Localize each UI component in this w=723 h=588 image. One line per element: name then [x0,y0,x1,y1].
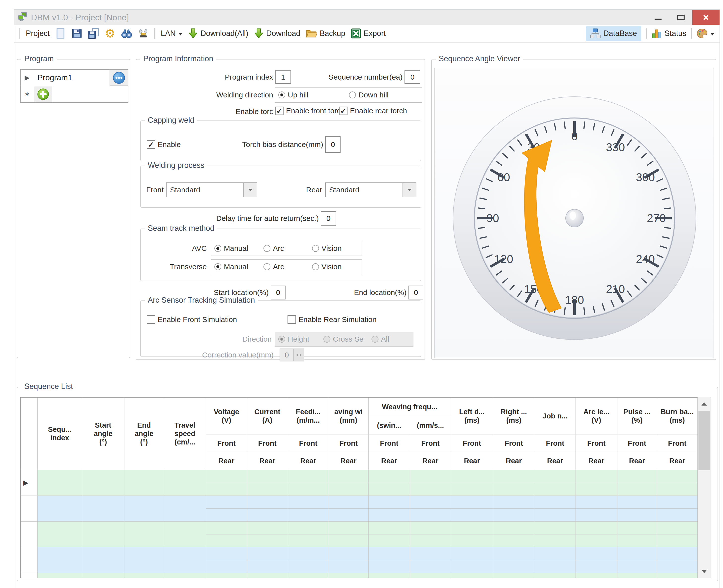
sequence-cell[interactable] [617,508,657,521]
col-subheader-front[interactable]: Front [535,435,576,452]
dropdown-button[interactable] [403,183,416,197]
sequence-cell[interactable] [657,560,698,573]
sequence-cell[interactable] [368,534,410,547]
status-tab-button[interactable]: Status [652,28,686,39]
new-project-button[interactable] [55,28,66,39]
col-subheader-front[interactable]: Front [247,435,288,452]
export-button[interactable]: Export [351,28,386,39]
sequence-cell[interactable] [329,534,368,547]
sequence-cell[interactable] [247,496,288,508]
sequence-cell[interactable] [535,534,576,547]
settings-button[interactable]: ⚙ [105,27,115,39]
dropdown-button[interactable] [243,183,257,197]
row-selector-cell[interactable] [21,496,38,521]
sequence-cell[interactable] [329,496,368,508]
enable-rear-simulation-checkbox[interactable]: Enable Rear Simulation [288,315,377,324]
col-subheader-rear[interactable]: Rear [576,452,617,470]
sequence-cell[interactable] [38,521,82,547]
sequence-cell[interactable] [617,470,657,483]
transverse-arc-radio[interactable]: Arc [263,262,284,271]
sequence-cell[interactable] [451,496,493,508]
col-header-end-angle[interactable]: End angle (°) [124,397,164,470]
row-selector-cell[interactable]: ▶ [21,470,38,496]
sequence-cell[interactable] [206,573,247,578]
sequence-cell[interactable] [410,573,451,578]
col-subheader-rear[interactable]: Rear [535,452,576,470]
project-menu[interactable]: Project [26,29,49,38]
enable-front-torch-checkbox[interactable]: ✓Enable front torch [275,107,345,115]
sequence-cell[interactable] [329,573,368,578]
scrollbar-thumb[interactable] [699,411,710,470]
sequence-cell[interactable] [657,573,698,578]
sequence-cell[interactable] [535,547,576,560]
rear-process-select[interactable]: Standard [325,183,417,197]
col-header-weaving-swing[interactable]: (swin... [368,416,410,435]
sequence-cell[interactable] [247,547,288,560]
sequence-cell[interactable] [206,534,247,547]
sequence-cell[interactable] [535,483,576,496]
sequence-cell[interactable] [410,496,451,508]
sequence-cell[interactable] [82,521,124,547]
sequence-cell[interactable] [206,496,247,508]
maximize-button[interactable] [669,10,692,25]
sequence-cell[interactable] [247,483,288,496]
transverse-vision-radio[interactable]: Vision [312,262,342,271]
sequence-cell[interactable] [535,573,576,578]
sequence-cell[interactable] [206,560,247,573]
sequence-cell[interactable] [451,547,493,560]
table-vertical-scrollbar[interactable] [698,397,711,578]
save-all-button[interactable] [88,28,99,39]
sequence-cell[interactable] [206,521,247,534]
program-options-button[interactable] [110,70,128,86]
sequence-cell[interactable] [164,470,206,496]
end-location-input[interactable]: 0 [408,286,423,299]
capping-enable-checkbox[interactable]: ✓Enable [147,140,181,149]
sequence-cell[interactable] [247,521,288,534]
sequence-cell[interactable] [82,496,124,521]
col-subheader-rear[interactable]: Rear [288,452,329,470]
col-header-sequence-index[interactable]: Sequ... index [38,397,82,470]
sequence-cell[interactable] [451,534,493,547]
sequence-cell[interactable] [410,470,451,483]
sequence-cell[interactable] [368,508,410,521]
col-subheader-front[interactable]: Front [410,435,451,452]
sequence-cell[interactable] [247,560,288,573]
torch-bias-input[interactable]: 0 [325,136,341,153]
col-subheader-rear[interactable]: Rear [247,452,288,470]
sequence-cell[interactable] [535,560,576,573]
sequence-cell[interactable] [410,508,451,521]
col-subheader-rear[interactable]: Rear [206,452,247,470]
sequence-cell[interactable] [617,496,657,508]
col-subheader-front[interactable]: Front [576,435,617,452]
correction-value-spinner[interactable] [294,349,304,361]
sequence-cell[interactable] [493,547,535,560]
direction-cross-radio[interactable]: Cross Se [323,335,363,343]
up-hill-radio[interactable]: Up hill [278,91,309,99]
sequence-cell[interactable] [164,521,206,547]
col-header-weaving-frequency[interactable]: Weaving frequ... [368,397,451,416]
sequence-cell[interactable] [82,470,124,496]
sequence-cell[interactable] [617,534,657,547]
sequence-cell[interactable] [576,521,617,534]
scroll-up-button[interactable] [698,397,710,410]
row-selector-cell[interactable] [21,573,38,578]
col-subheader-front[interactable]: Front [206,435,247,452]
program-index-input[interactable]: 1 [275,70,291,84]
col-header-current[interactable]: Current (A) [247,397,288,435]
enable-rear-torch-checkbox[interactable]: ✓Enable rear torch [339,107,407,115]
sequence-cell[interactable] [124,521,164,547]
row-selector[interactable]: ▶ [21,70,34,86]
sequence-cell[interactable] [124,470,164,496]
sequence-cell[interactable] [535,521,576,534]
sequence-cell[interactable] [206,547,247,560]
col-header-pulse[interactable]: Pulse ... (%) [617,397,657,435]
sequence-cell[interactable] [535,508,576,521]
sequence-cell[interactable] [368,547,410,560]
col-header-travel-speed[interactable]: Travel speed (cm/... [164,397,206,470]
sequence-cell[interactable] [493,573,535,578]
sequence-cell[interactable] [410,483,451,496]
sequence-cell[interactable] [368,573,410,578]
sequence-cell[interactable] [164,496,206,521]
sequence-cell[interactable] [657,508,698,521]
sequence-cell[interactable] [329,521,368,534]
